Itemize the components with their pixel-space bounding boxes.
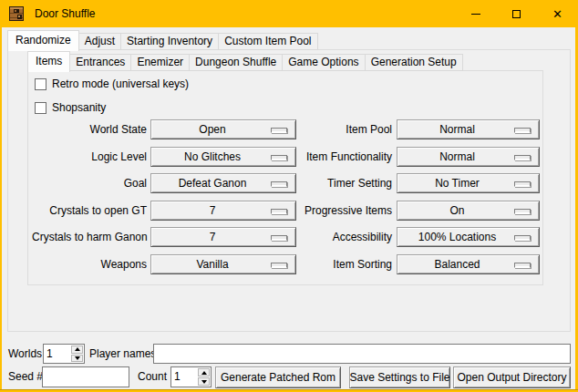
accessibility-dropdown[interactable]: 100% Locations <box>397 227 540 247</box>
timer-setting-label: Timer Setting <box>274 173 392 193</box>
dropdown-indicator-icon <box>514 209 531 214</box>
tab-generation-setup[interactable]: Generation Setup <box>365 54 463 71</box>
dropdown-indicator-icon <box>514 155 531 160</box>
seed-input[interactable] <box>42 366 129 387</box>
window-controls: ✕ <box>455 0 578 27</box>
progressive-items-dropdown[interactable]: On <box>397 201 540 221</box>
logic-level-label: Logic Level <box>32 147 147 167</box>
retro-mode-option: Retro mode (universal keys) <box>35 77 189 90</box>
weapons-label: Weapons <box>32 254 147 274</box>
retro-mode-checkbox[interactable] <box>35 78 46 90</box>
shopsanity-option: Shopsanity <box>35 101 106 114</box>
minimize-icon <box>471 14 480 15</box>
dropdown-indicator-icon <box>514 235 531 241</box>
primary-tab-bar: Randomize Adjust Starting Inventory Cust… <box>7 30 317 50</box>
worlds-spin-down-icon[interactable] <box>71 355 83 363</box>
shopsanity-checkbox[interactable] <box>35 102 46 114</box>
crystals-gt-label: Crystals to open GT <box>32 201 147 221</box>
open-output-directory-button[interactable]: Open Output Directory <box>453 366 571 388</box>
seed-label: Seed # <box>8 366 43 387</box>
tab-entrances[interactable]: Entrances <box>69 54 131 71</box>
count-spinbox[interactable]: 1 <box>170 366 212 387</box>
count-spin-up-icon[interactable] <box>198 368 210 377</box>
secondary-tab-bar: Items Entrances Enemizer Dungeon Shuffle… <box>27 51 462 71</box>
item-functionality-dropdown[interactable]: Normal <box>397 147 540 167</box>
dropdown-indicator-icon <box>514 263 531 268</box>
tab-custom-item-pool[interactable]: Custom Item Pool <box>218 33 317 50</box>
tab-dungeon-shuffle[interactable]: Dungeon Shuffle <box>189 54 283 71</box>
tab-adjust[interactable]: Adjust <box>78 33 121 50</box>
dropdown-indicator-icon <box>514 128 531 133</box>
tab-enemizer[interactable]: Enemizer <box>130 54 190 71</box>
tab-randomize[interactable]: Randomize <box>7 30 79 51</box>
item-sorting-label: Item Sorting <box>274 254 392 274</box>
shopsanity-label: Shopsanity <box>52 101 106 114</box>
accessibility-label: Accessibility <box>274 227 392 247</box>
player-names-input[interactable] <box>153 344 571 364</box>
minimize-button[interactable] <box>455 0 496 27</box>
count-label: Count <box>132 366 167 387</box>
worlds-spin-up-icon[interactable] <box>71 346 83 354</box>
item-pool-dropdown[interactable]: Normal <box>397 119 540 139</box>
goal-label: Goal <box>32 173 147 193</box>
window-border-left <box>0 0 2 392</box>
worlds-spinbox[interactable]: 1 <box>43 344 85 364</box>
tab-starting-inventory[interactable]: Starting Inventory <box>120 33 219 50</box>
world-state-label: World State <box>32 119 147 139</box>
maximize-button[interactable] <box>496 0 537 27</box>
item-sorting-dropdown[interactable]: Balanced <box>397 254 540 274</box>
maximize-icon <box>512 10 521 18</box>
retro-mode-label: Retro mode (universal keys) <box>52 77 189 90</box>
player-names-label: Player names <box>89 344 156 364</box>
save-settings-button[interactable]: Save Settings to File <box>349 366 450 388</box>
progressive-items-label: Progressive Items <box>274 201 392 221</box>
tab-game-options[interactable]: Game Options <box>282 54 365 71</box>
close-button[interactable]: ✕ <box>537 0 578 27</box>
title-bar[interactable]: Door Shuffle ✕ <box>0 0 578 27</box>
dropdown-indicator-icon <box>514 181 531 187</box>
item-pool-label: Item Pool <box>274 119 392 139</box>
app-window: Door Shuffle ✕ Randomize Adjust Starting… <box>0 0 578 392</box>
close-icon: ✕ <box>552 8 563 20</box>
count-spin-down-icon[interactable] <box>198 377 210 386</box>
generate-patched-rom-button[interactable]: Generate Patched Rom <box>215 366 341 388</box>
crystals-ganon-label: Crystals to harm Ganon <box>32 227 147 247</box>
tab-items[interactable]: Items <box>27 51 70 72</box>
door-icon <box>9 6 24 21</box>
window-title: Door Shuffle <box>35 7 96 20</box>
item-functionality-label: Item Functionality <box>274 147 392 167</box>
timer-setting-dropdown[interactable]: No Timer <box>397 173 540 193</box>
worlds-label: Worlds <box>8 344 42 364</box>
